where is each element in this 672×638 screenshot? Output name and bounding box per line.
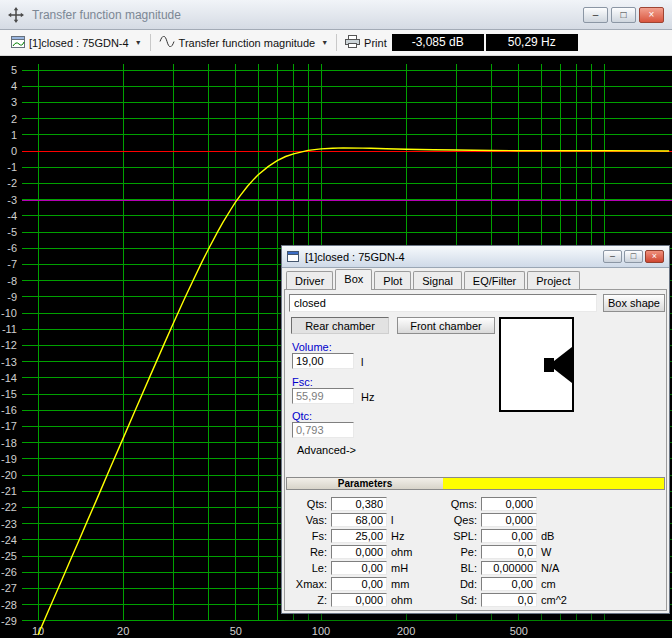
maximize-button[interactable]: □ xyxy=(611,7,636,23)
close-button[interactable]: × xyxy=(639,7,664,23)
fsc-unit: Hz xyxy=(361,391,374,403)
parameter-row: Le:mHBL:N/A xyxy=(285,560,666,576)
print-label: Print xyxy=(364,37,387,49)
print-button[interactable]: Print xyxy=(340,33,392,52)
curve-selector-label: [1]closed : 75GDN-4 xyxy=(29,37,129,49)
param-unit: dB xyxy=(537,530,575,542)
volume-label: Volume: xyxy=(292,341,332,353)
tab-plot[interactable]: Plot xyxy=(374,271,411,289)
cursor-hz-readout: 50,29 Hz xyxy=(486,34,578,51)
sine-curve-icon xyxy=(159,36,175,49)
tab-box[interactable]: Box xyxy=(335,269,372,290)
window-icon xyxy=(287,251,301,262)
box-name-input[interactable] xyxy=(289,294,597,312)
y-axis-tick-label: 0 xyxy=(11,145,17,157)
front-chamber-button[interactable]: Front chamber xyxy=(397,317,495,334)
y-axis-tick-label: 5 xyxy=(11,64,17,76)
fsc-input[interactable] xyxy=(292,388,354,404)
y-axis-tick-label: -16 xyxy=(1,404,17,416)
y-axis-tick-label: -8 xyxy=(7,275,17,287)
box-shape-diagram xyxy=(499,317,574,412)
y-axis-tick-label: -12 xyxy=(1,339,17,351)
y-axis-tick-label: -18 xyxy=(1,437,17,449)
y-axis-tick-label: -25 xyxy=(1,550,17,562)
advanced-button[interactable]: Advanced-> xyxy=(297,444,356,456)
tab-project[interactable]: Project xyxy=(527,271,579,289)
tab-eq-filter[interactable]: EQ/Filter xyxy=(464,271,525,289)
param-value-input[interactable] xyxy=(331,545,387,559)
param-value-input[interactable] xyxy=(481,545,537,559)
param-value-input[interactable] xyxy=(481,497,537,511)
y-axis-tick-label: -2 xyxy=(7,177,17,189)
param-label: Dd: xyxy=(425,578,481,590)
minimize-icon: – xyxy=(593,10,599,20)
dialog-titlebar[interactable]: [1]closed : 75GDN-4 – □ × xyxy=(282,246,669,268)
cursor-db-readout: -3,085 dB xyxy=(392,34,484,51)
minimize-button[interactable]: – xyxy=(583,7,608,23)
tab-driver[interactable]: Driver xyxy=(286,271,333,289)
chevron-down-icon: ▼ xyxy=(321,39,328,46)
rear-chamber-button[interactable]: Rear chamber xyxy=(291,317,389,334)
param-value-input[interactable] xyxy=(331,577,387,591)
param-unit: cm xyxy=(537,578,575,590)
param-value-input[interactable] xyxy=(481,529,537,543)
curve-window-icon xyxy=(11,36,25,50)
y-axis-tick-label: -7 xyxy=(7,258,17,270)
y-axis-tick-label: -17 xyxy=(1,420,17,432)
param-value-input[interactable] xyxy=(481,561,537,575)
param-label: Re: xyxy=(291,546,331,558)
x-axis-tick-label: 20 xyxy=(117,625,129,637)
y-axis-tick-label: -11 xyxy=(2,323,17,335)
parameter-row: Vas:lQes: xyxy=(285,512,666,528)
fsc-label: Fsc: xyxy=(292,376,313,388)
y-axis-tick-label: 2 xyxy=(11,113,17,125)
y-axis-tick-label: 3 xyxy=(11,96,17,108)
parameters-progress-bar xyxy=(443,478,664,489)
param-label: Sd: xyxy=(425,594,481,606)
curve-selector-dropdown[interactable]: [1]closed : 75GDN-4 ▼ xyxy=(6,34,147,52)
param-value-input[interactable] xyxy=(481,577,537,591)
parameters-header: Parameters xyxy=(286,477,665,490)
window-titlebar[interactable]: Transfer function magnitude – □ × xyxy=(0,0,672,30)
volume-input[interactable] xyxy=(292,353,354,369)
dialog-title: [1]closed : 75GDN-4 xyxy=(305,251,601,263)
box-dialog: [1]closed : 75GDN-4 – □ × DriverBoxPlotS… xyxy=(281,245,670,614)
y-axis-tick-label: -24 xyxy=(1,534,17,546)
param-value-input[interactable] xyxy=(331,529,387,543)
qtc-input[interactable] xyxy=(292,422,354,438)
param-label: Z: xyxy=(291,594,331,606)
tab-strip: DriverBoxPlotSignalEQ/FilterProject xyxy=(286,269,582,290)
dialog-minimize-button[interactable]: – xyxy=(603,250,622,263)
param-label: Qes: xyxy=(425,514,481,526)
param-value-input[interactable] xyxy=(481,593,537,607)
close-icon: × xyxy=(649,10,655,20)
parameters-grid: Qts:Qms:Vas:lQes:Fs:HzSPL:dBRe:ohmPe:WLe… xyxy=(285,496,666,608)
dialog-close-button[interactable]: × xyxy=(645,250,664,263)
volume-unit: l xyxy=(361,356,363,368)
chevron-down-icon: ▼ xyxy=(135,39,142,46)
param-unit: l xyxy=(387,514,425,526)
param-value-input[interactable] xyxy=(331,497,387,511)
y-axis-tick-label: -9 xyxy=(7,291,17,303)
y-axis-tick-label: 4 xyxy=(11,80,17,92)
pan-crosshair-icon xyxy=(8,7,26,23)
param-unit: mm xyxy=(387,578,425,590)
tab-signal[interactable]: Signal xyxy=(413,271,462,289)
param-label: Vas: xyxy=(291,514,331,526)
plot-type-dropdown[interactable]: Transfer function magnitude ▼ xyxy=(154,34,334,51)
y-axis-tick-label: -13 xyxy=(1,356,17,368)
param-label: Qts: xyxy=(291,498,331,510)
param-value-input[interactable] xyxy=(481,513,537,527)
param-label: Fs: xyxy=(291,530,331,542)
close-icon: × xyxy=(652,252,657,261)
param-value-input[interactable] xyxy=(331,593,387,607)
param-value-input[interactable] xyxy=(331,561,387,575)
x-axis-tick-label: 10 xyxy=(32,625,44,637)
parameters-header-label: Parameters xyxy=(287,478,443,489)
y-axis-tick-label: -26 xyxy=(1,566,17,578)
param-unit: ohm xyxy=(387,594,425,606)
box-shape-button[interactable]: Box shape xyxy=(603,294,665,312)
dialog-maximize-button[interactable]: □ xyxy=(624,250,643,263)
param-unit: W xyxy=(537,546,575,558)
param-value-input[interactable] xyxy=(331,513,387,527)
